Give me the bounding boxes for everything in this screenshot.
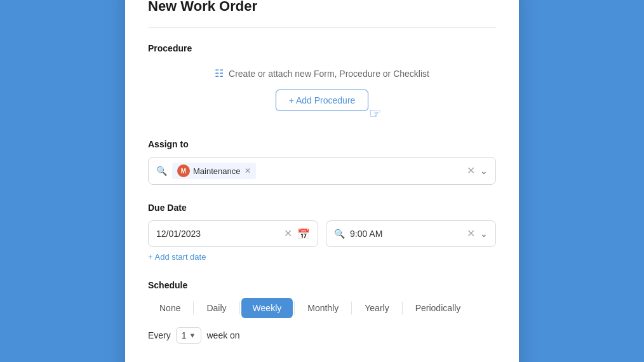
time-clear-button[interactable]: ✕: [467, 229, 475, 239]
due-date-label: Due Date: [148, 203, 496, 213]
schedule-tab-yearly[interactable]: Yearly: [353, 298, 400, 318]
every-select-wrapper[interactable]: 1 ▼: [176, 327, 202, 344]
procedure-label: Procedure: [148, 43, 496, 53]
schedule-tab-daily[interactable]: Daily: [195, 298, 238, 318]
new-work-order-modal: New Work Order Procedure ☷ Create or att…: [125, 0, 519, 362]
date-row: 12/01/2023 ✕ 📅 🔍 9:00 AM ✕ ⌄: [148, 220, 496, 247]
modal-title: New Work Order: [148, 0, 496, 28]
time-value: 9:00 AM: [350, 229, 462, 239]
time-search-icon: 🔍: [334, 229, 345, 239]
assignee-initials: M: [181, 168, 186, 175]
schedule-tab-monthly[interactable]: Monthly: [296, 298, 350, 318]
assignee-tag: M Maintenance ✕: [172, 163, 256, 179]
schedule-tab-weekly[interactable]: Weekly: [241, 298, 293, 318]
assign-chevron-icon[interactable]: ⌄: [480, 166, 488, 176]
every-label: Every: [148, 330, 171, 340]
cursor-icon: ☞: [369, 105, 382, 122]
every-value: 1: [182, 330, 187, 340]
assignee-name: Maintenance: [193, 166, 240, 176]
time-field-actions: ✕ ⌄: [467, 229, 488, 239]
schedule-tab-none[interactable]: None: [148, 298, 192, 318]
date-clear-button[interactable]: ✕: [284, 229, 292, 239]
schedule-tab-periodically[interactable]: Periodically: [404, 298, 473, 318]
schedule-section: Schedule NoneDailyWeeklyMonthlyYearlyPer…: [148, 280, 496, 344]
assign-to-label: Assign to: [148, 139, 496, 149]
procedure-hint-text: Create or attach new Form, Procedure or …: [229, 69, 429, 79]
date-input-field[interactable]: 12/01/2023 ✕ 📅: [148, 220, 318, 247]
time-chevron-icon[interactable]: ⌄: [480, 229, 488, 239]
schedule-tabs: NoneDailyWeeklyMonthlyYearlyPeriodically: [148, 298, 496, 318]
assignee-remove-button[interactable]: ✕: [245, 167, 251, 175]
add-procedure-button[interactable]: + Add Procedure ☞: [276, 90, 369, 111]
list-icon: ☷: [215, 67, 224, 79]
procedure-empty-state: ☷ Create or attach new Form, Procedure o…: [148, 61, 496, 121]
add-start-date-button[interactable]: + Add start date: [148, 252, 206, 262]
calendar-icon[interactable]: 📅: [297, 228, 310, 240]
procedure-section: Procedure ☷ Create or attach new Form, P…: [148, 43, 496, 121]
add-start-date-label: + Add start date: [148, 252, 206, 262]
schedule-label: Schedule: [148, 280, 496, 290]
assignee-avatar: M: [177, 164, 190, 177]
add-procedure-label: + Add Procedure: [289, 95, 356, 105]
every-chevron-icon: ▼: [189, 332, 196, 339]
due-date-section: Due Date 12/01/2023 ✕ 📅 🔍 9:00 AM ✕ ⌄ + …: [148, 203, 496, 262]
date-value: 12/01/2023: [156, 229, 279, 239]
assign-search-icon: 🔍: [156, 166, 167, 176]
assign-to-field[interactable]: 🔍 M Maintenance ✕ ✕ ⌄: [148, 157, 496, 185]
assign-to-section: Assign to 🔍 M Maintenance ✕ ✕ ⌄: [148, 139, 496, 185]
procedure-hint: ☷ Create or attach new Form, Procedure o…: [215, 67, 429, 79]
every-row: Every 1 ▼ week on: [148, 327, 496, 344]
assign-field-actions: ✕ ⌄: [467, 166, 488, 176]
time-input-field[interactable]: 🔍 9:00 AM ✕ ⌄: [326, 220, 496, 247]
week-on-label: week on: [206, 330, 239, 340]
assign-clear-button[interactable]: ✕: [467, 166, 475, 176]
